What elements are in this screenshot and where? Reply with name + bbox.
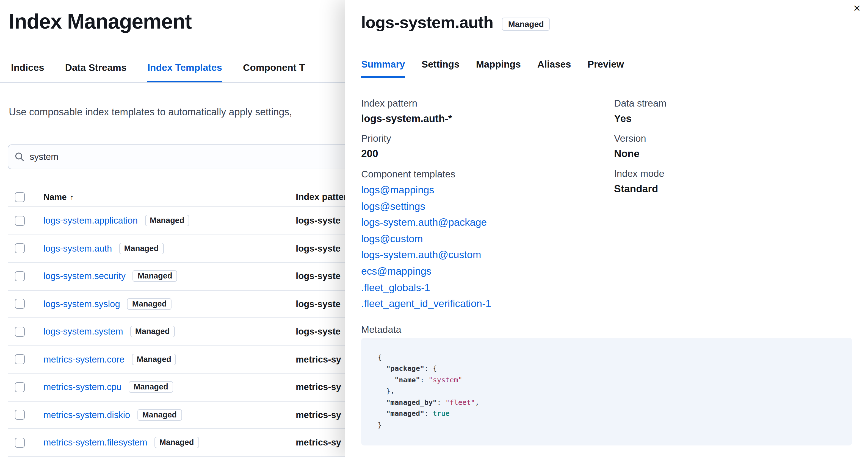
flyout-tabs: SummarySettingsMappingsAliasesPreview	[361, 58, 852, 78]
component-template-link[interactable]: logs-system.auth@custom	[361, 247, 614, 263]
template-name-link[interactable]: metrics-system.cpu	[43, 382, 122, 392]
name-cell: logs-system.applicationManaged	[43, 215, 296, 227]
code-token	[378, 398, 386, 406]
flyout-tab-mappings[interactable]: Mappings	[476, 58, 521, 78]
row-checkbox[interactable]	[15, 299, 25, 309]
viewport: Index Management IndicesData StreamsInde…	[0, 0, 868, 457]
code-line: "name": "system"	[378, 374, 852, 386]
close-icon[interactable]: ✕	[853, 4, 861, 13]
code-line: "managed": true	[378, 409, 852, 420]
row-checkbox[interactable]	[15, 327, 25, 337]
component-template-link[interactable]: logs@settings	[361, 198, 614, 214]
template-name-link[interactable]: logs-system.system	[43, 327, 123, 337]
index-pattern-cell: logs-syste	[296, 243, 341, 254]
template-name-link[interactable]: logs-system.auth	[43, 243, 112, 254]
component-template-link[interactable]: .fleet_agent_id_verification-1	[361, 295, 614, 312]
index-pattern-cell: logs-syste	[296, 299, 341, 309]
component-template-link[interactable]: logs@custom	[361, 231, 614, 247]
template-name-link[interactable]: logs-system.syslog	[43, 299, 120, 309]
index-pattern-cell: metrics-sy	[296, 354, 341, 365]
code-line: "managed_by": "fleet",	[378, 397, 852, 409]
row-checkbox[interactable]	[15, 271, 25, 281]
metadata-code-block: { "package": { "name": "system" }, "mana…	[361, 338, 852, 446]
managed-badge: Managed	[137, 409, 182, 421]
code-token: :	[437, 398, 445, 406]
row-checkbox-cell	[8, 271, 43, 281]
index-patterns-column-header: Index patter	[296, 192, 347, 202]
row-checkbox[interactable]	[15, 382, 25, 392]
code-line: {	[378, 352, 852, 363]
code-token	[378, 410, 386, 418]
summary-left-descriptors: Index patternlogs-system.auth-*Priority2…	[361, 96, 614, 161]
code-token: "system"	[429, 376, 462, 384]
summary-item-label: Version	[614, 131, 852, 146]
name-column-header[interactable]: Name ↑	[43, 192, 296, 202]
row-checkbox[interactable]	[15, 410, 25, 420]
flyout-tab-aliases[interactable]: Aliases	[537, 58, 571, 78]
search-icon	[15, 152, 24, 162]
template-details-flyout: ✕ logs-system.auth Managed SummarySettin…	[345, 0, 868, 457]
name-cell: logs-system.authManaged	[43, 243, 296, 254]
code-line: }	[378, 420, 852, 431]
summary-item-value: Yes	[614, 111, 852, 126]
flyout-title: logs-system.auth	[361, 13, 493, 32]
summary-item-value: None	[614, 146, 852, 161]
header-checkbox-cell	[8, 192, 43, 202]
component-template-link[interactable]: ecs@mappings	[361, 263, 614, 279]
summary-item: Data streamYes	[614, 96, 852, 126]
summary-right-column: Data streamYesVersionNoneIndex modeStand…	[614, 96, 852, 312]
code-token	[378, 376, 395, 384]
managed-badge: Managed	[502, 18, 550, 31]
index-pattern-cell: logs-syste	[296, 216, 341, 226]
tab-indices[interactable]: Indices	[11, 62, 44, 83]
code-token: {	[378, 353, 382, 361]
name-cell: metrics-system.cpuManaged	[43, 382, 296, 393]
row-checkbox[interactable]	[15, 355, 25, 364]
summary-item-label: Priority	[361, 131, 614, 146]
code-token	[378, 364, 386, 373]
row-checkbox-cell	[8, 243, 43, 254]
sort-ascending-icon: ↑	[70, 193, 74, 201]
flyout-tab-summary[interactable]: Summary	[361, 58, 405, 78]
code-token: }	[378, 421, 382, 429]
template-name-link[interactable]: metrics-system.diskio	[43, 410, 130, 420]
code-line: "package": {	[378, 363, 852, 374]
flyout-title-row: logs-system.auth Managed	[361, 13, 852, 32]
index-pattern-cell: metrics-sy	[296, 410, 341, 420]
row-checkbox[interactable]	[15, 216, 25, 226]
tab-index-templates[interactable]: Index Templates	[147, 62, 222, 83]
code-token: "package"	[386, 364, 424, 373]
flyout-tab-settings[interactable]: Settings	[422, 58, 460, 78]
name-cell: logs-system.systemManaged	[43, 326, 296, 337]
summary-item-label: Data stream	[614, 96, 852, 111]
code-token: },	[378, 387, 395, 395]
code-token: "name"	[395, 376, 420, 384]
index-pattern-cell: logs-syste	[296, 327, 341, 337]
code-token: : {	[424, 364, 437, 373]
template-name-link[interactable]: metrics-system.core	[43, 354, 125, 365]
row-checkbox[interactable]	[15, 243, 25, 254]
page-title: Index Management	[9, 10, 192, 33]
component-template-link[interactable]: logs@mappings	[361, 182, 614, 198]
name-cell: metrics-system.coreManaged	[43, 354, 296, 365]
template-name-link[interactable]: logs-system.security	[43, 271, 126, 282]
name-cell: metrics-system.diskioManaged	[43, 409, 296, 421]
flyout-tab-preview[interactable]: Preview	[588, 58, 624, 78]
component-templates-label: Component templates	[361, 167, 614, 182]
name-cell: logs-system.syslogManaged	[43, 298, 296, 310]
summary-item-label: Index mode	[614, 166, 852, 181]
template-name-link[interactable]: logs-system.application	[43, 216, 138, 226]
row-checkbox[interactable]	[15, 438, 25, 448]
component-template-link[interactable]: .fleet_globals-1	[361, 279, 614, 295]
summary-item: VersionNone	[614, 131, 852, 161]
row-checkbox-cell	[8, 216, 43, 226]
page-tabs: IndicesData StreamsIndex TemplatesCompon…	[11, 62, 305, 83]
tab-component-t[interactable]: Component T	[243, 62, 305, 83]
tab-data-streams[interactable]: Data Streams	[65, 62, 127, 83]
code-token: "managed_by"	[386, 398, 437, 406]
managed-badge: Managed	[127, 298, 172, 310]
managed-badge: Managed	[154, 437, 199, 449]
select-all-checkbox[interactable]	[15, 192, 25, 202]
template-name-link[interactable]: metrics-system.filesystem	[43, 437, 147, 448]
component-template-link[interactable]: logs-system.auth@package	[361, 214, 614, 230]
